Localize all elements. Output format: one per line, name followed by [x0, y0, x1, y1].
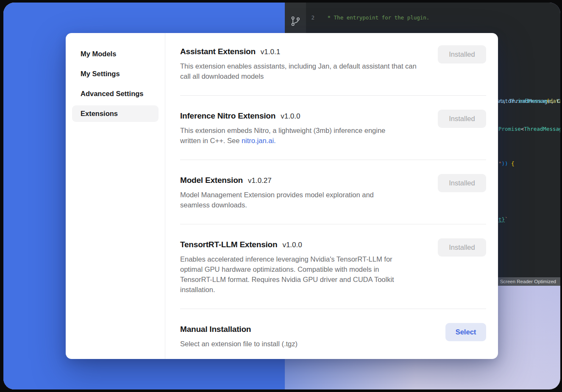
extension-row-tensorrt-llm: TensortRT-LLM Extension v1.0.0 Enables a… [180, 240, 486, 309]
code-line: 2 * The entrypoint for the plugin. [306, 14, 560, 21]
manual-installation-row: Manual Installation Select an extension … [180, 324, 486, 363]
extension-description: Enables accelerated inference leveraging… [180, 254, 412, 295]
installed-button[interactable]: Installed [438, 238, 486, 257]
screen-reader-status[interactable]: Screen Reader Optimized [496, 277, 560, 286]
extension-name: Assistant Extension [180, 47, 256, 56]
code-fragment: Promise<ThreadMessage> [498, 126, 560, 133]
extension-version: v1.0.1 [261, 48, 280, 56]
code-fragment: ")) { [498, 160, 515, 167]
extension-version: v1.0.0 [281, 112, 300, 121]
settings-sidebar: My Models My Settings Advanced Settings … [66, 33, 165, 359]
extension-name: Inference Nitro Extension [180, 111, 275, 121]
manual-installation-description: Select an extension file to install (.tg… [180, 339, 426, 349]
settings-modal: My Models My Settings Advanced Settings … [66, 33, 498, 359]
sidebar-item-advanced-settings[interactable]: Advanced Settings [72, 86, 159, 102]
screenshot-frame: 2 * The entrypoint for the plugin. 3 */ … [3, 3, 560, 389]
extension-row-model: Model Extension v1.0.27 Model Management… [180, 175, 486, 224]
source-control-icon[interactable] [289, 15, 301, 27]
extension-description: This extension embeds Nitro, a lightweig… [180, 125, 407, 146]
extension-name: Model Extension [180, 175, 243, 185]
extension-version: v1.0.0 [282, 241, 302, 249]
sidebar-item-my-models[interactable]: My Models [72, 46, 159, 62]
nitro-jan-ai-link[interactable]: nitro.jan.ai. [242, 137, 276, 144]
installed-button[interactable]: Installed [438, 110, 486, 128]
extension-description: Model Management Extension provides mode… [180, 190, 384, 210]
extension-description: This extension enables assistants, inclu… [180, 61, 418, 81]
extension-row-assistant: Assistant Extension v1.0.1 This extensio… [180, 47, 486, 96]
code-fragment: rator.inference(data)); [498, 98, 560, 105]
sidebar-item-my-settings[interactable]: My Settings [72, 66, 159, 82]
extension-row-inference-nitro: Inference Nitro Extension v1.0.0 This ex… [180, 111, 486, 160]
code-fragment: t}` [498, 216, 508, 223]
extension-name: TensortRT-LLM Extension [180, 240, 277, 249]
select-file-button[interactable]: Select [445, 323, 486, 341]
manual-installation-title: Manual Installation [180, 324, 251, 334]
installed-button[interactable]: Installed [438, 174, 486, 192]
extensions-list: Assistant Extension v1.0.1 This extensio… [165, 33, 498, 359]
installed-button[interactable]: Installed [438, 45, 486, 63]
extension-version: v1.0.27 [248, 177, 272, 185]
sidebar-item-extensions[interactable]: Extensions [72, 105, 159, 122]
